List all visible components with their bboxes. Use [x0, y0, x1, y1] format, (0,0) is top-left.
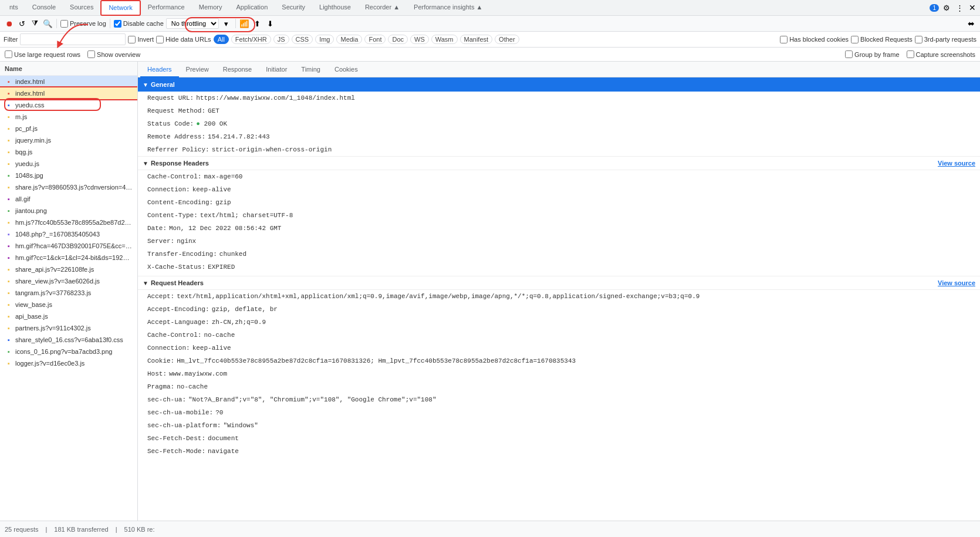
- blocked-requests-label[interactable]: Blocked Requests: [851, 36, 913, 43]
- response-headers-section-header[interactable]: ▼ Response Headers View source: [138, 156, 980, 170]
- sidebar-item-1[interactable]: ▪ index.html: [0, 87, 137, 99]
- record-button[interactable]: ⏺: [4, 18, 14, 29]
- import-button[interactable]: ⬆: [252, 18, 263, 29]
- sidebar-item-17[interactable]: ▪ share_view.js?v=3ae6026d.js: [0, 275, 137, 287]
- capture-screenshots-label[interactable]: Capture screenshots: [907, 50, 976, 58]
- close-devtools-button[interactable]: ✕: [967, 2, 978, 13]
- detail-tab-initiator[interactable]: Initiator: [259, 62, 294, 77]
- tab-elements[interactable]: nts: [2, 0, 25, 16]
- request-headers-view-source[interactable]: View source: [938, 279, 975, 286]
- third-party-checkbox[interactable]: [915, 36, 922, 43]
- request-headers-section-header[interactable]: ▼ Request Headers View source: [138, 276, 980, 290]
- chip-js[interactable]: JS: [273, 35, 289, 44]
- hide-data-urls-checkbox[interactable]: [156, 36, 164, 43]
- detail-tab-headers[interactable]: Headers: [140, 62, 179, 77]
- sidebar-item-16[interactable]: ▪ share_api.js?v=226108fe.js: [0, 264, 137, 275]
- sidebar-item-20[interactable]: ▪ api_base.js: [0, 310, 137, 322]
- tab-security[interactable]: Security: [275, 0, 312, 16]
- refresh-button[interactable]: ↺: [16, 18, 27, 29]
- tab-performance[interactable]: Performance: [141, 0, 192, 16]
- blocked-requests-checkbox[interactable]: [851, 36, 859, 43]
- invert-checkbox-label[interactable]: Invert: [128, 36, 154, 43]
- file-name-2: yuedu.css: [15, 102, 45, 109]
- third-party-label[interactable]: 3rd-party requests: [915, 36, 976, 43]
- sidebar-item-13[interactable]: ▪ 1048.php?_=1670835405043: [0, 228, 137, 240]
- chip-manifest[interactable]: Manifest: [460, 35, 493, 44]
- sidebar-item-24[interactable]: ▪ logger.js?v=d16ec0e3.js: [0, 357, 137, 369]
- sidebar-item-14[interactable]: ▪ hm.gif?hca=467D3B92001F075E&cc=1&c...: [0, 240, 137, 252]
- tab-network[interactable]: Network: [100, 0, 140, 16]
- chip-ws[interactable]: WS: [410, 35, 429, 44]
- sidebar-item-3[interactable]: ▪ m.js: [0, 111, 137, 123]
- sidebar-item-0[interactable]: ▪ index.html: [0, 76, 137, 87]
- chip-fetch-xhr[interactable]: Fetch/XHR: [231, 35, 271, 44]
- filter-button[interactable]: ⧩: [29, 18, 40, 29]
- chip-other[interactable]: Other: [495, 35, 519, 44]
- chip-media[interactable]: Media: [336, 35, 362, 44]
- sidebar-item-12[interactable]: ▪ hm.js?7fcc40b553e78c8955a2be87d2c8cf..…: [0, 217, 137, 228]
- disable-cache-checkbox[interactable]: [114, 20, 121, 28]
- chip-doc[interactable]: Doc: [388, 35, 408, 44]
- request-header-row-0: Accept: text/html,application/xhtml+xml,…: [138, 290, 980, 303]
- filter-input[interactable]: [20, 33, 126, 45]
- sidebar-item-5[interactable]: ▪ jquery.min.js: [0, 134, 137, 146]
- export-button[interactable]: ⬇: [265, 18, 276, 29]
- sidebar-item-11[interactable]: ▪ jiantou.png: [0, 205, 137, 217]
- detail-tab-cookies[interactable]: Cookies: [327, 62, 365, 77]
- general-section-header[interactable]: ▼ General: [138, 77, 980, 92]
- chip-wasm[interactable]: Wasm: [431, 35, 458, 44]
- settings-button[interactable]: ⚙: [941, 2, 952, 13]
- sidebar-item-18[interactable]: ▪ tangram.js?v=37768233.js: [0, 287, 137, 299]
- hide-data-urls-text: Hide data URLs: [165, 36, 211, 43]
- large-request-rows-checkbox[interactable]: [5, 50, 12, 58]
- wifi-button[interactable]: 📶: [239, 18, 250, 29]
- tab-performance-insights[interactable]: Performance insights ▲: [407, 0, 489, 16]
- hide-data-urls-label[interactable]: Hide data URLs: [156, 36, 211, 43]
- throttle-select[interactable]: No throttling: [166, 18, 219, 29]
- expand-icon[interactable]: ⬌: [966, 18, 976, 29]
- tab-application[interactable]: Application: [229, 0, 275, 16]
- tab-memory[interactable]: Memory: [192, 0, 229, 16]
- large-request-rows-label[interactable]: Use large request rows: [5, 50, 80, 58]
- sidebar-item-6[interactable]: ▪ bqg.js: [0, 146, 137, 158]
- group-by-frame-checkbox[interactable]: [845, 50, 853, 58]
- sidebar-item-10[interactable]: ▪ all.gif: [0, 193, 137, 205]
- sidebar-item-19[interactable]: ▪ view_base.js: [0, 299, 137, 310]
- disable-cache-checkbox-label[interactable]: Disable cache: [114, 20, 164, 28]
- preserve-log-checkbox-label[interactable]: Preserve log: [60, 20, 106, 28]
- chip-font[interactable]: Font: [364, 35, 386, 44]
- req-value-0: text/html,application/xhtml+xml,applicat…: [177, 291, 699, 302]
- preserve-log-checkbox[interactable]: [60, 20, 68, 28]
- sidebar-item-2[interactable]: ▪ yuedu.css: [0, 99, 137, 111]
- detail-tab-timing[interactable]: Timing: [294, 62, 327, 77]
- sidebar-item-15[interactable]: ▪ hm.gif?cc=1&ck=1&cl=24-bit&ds=1920x...: [0, 252, 137, 264]
- sidebar-item-7[interactable]: ▪ yuedu.js: [0, 158, 137, 170]
- group-by-frame-label[interactable]: Group by frame: [845, 50, 899, 58]
- sidebar-item-8[interactable]: ▪ 1048s.jpg: [0, 170, 137, 181]
- search-button[interactable]: 🔍: [42, 18, 53, 29]
- detail-tab-response[interactable]: Response: [216, 62, 259, 77]
- more-button[interactable]: ⋮: [954, 2, 965, 13]
- show-overview-label[interactable]: Show overview: [87, 50, 140, 58]
- general-toggle-icon: ▼: [143, 82, 148, 88]
- detail-tab-preview[interactable]: Preview: [179, 62, 216, 77]
- sidebar-item-22[interactable]: ▪ share_style0_16.css?v=6aba13f0.css: [0, 334, 137, 346]
- response-headers-view-source[interactable]: View source: [938, 160, 975, 167]
- tab-console[interactable]: Console: [25, 0, 63, 16]
- sidebar-item-21[interactable]: ▪ partners.js?v=911c4302.js: [0, 322, 137, 334]
- capture-screenshots-checkbox[interactable]: [907, 50, 914, 58]
- tab-lighthouse[interactable]: Lighthouse: [312, 0, 358, 16]
- show-overview-checkbox[interactable]: [87, 50, 95, 58]
- chip-all[interactable]: All: [214, 35, 229, 44]
- has-blocked-cookies-label[interactable]: Has blocked cookies: [780, 36, 849, 43]
- chip-img[interactable]: Img: [315, 35, 334, 44]
- sidebar-item-23[interactable]: ▪ icons_0_16.png?v=ba7acbd3.png: [0, 346, 137, 357]
- tab-sources[interactable]: Sources: [63, 0, 100, 16]
- chip-css[interactable]: CSS: [292, 35, 313, 44]
- sidebar-item-9[interactable]: ▪ share.js?v=89860593.js?cdnversion=4641…: [0, 181, 137, 193]
- tab-recorder[interactable]: Recorder ▲: [358, 0, 407, 16]
- invert-checkbox[interactable]: [128, 36, 136, 43]
- throttle-dropdown-button[interactable]: ▾: [221, 18, 232, 29]
- has-blocked-cookies-checkbox[interactable]: [780, 36, 788, 43]
- sidebar-item-4[interactable]: ▪ pc_pf.js: [0, 123, 137, 134]
